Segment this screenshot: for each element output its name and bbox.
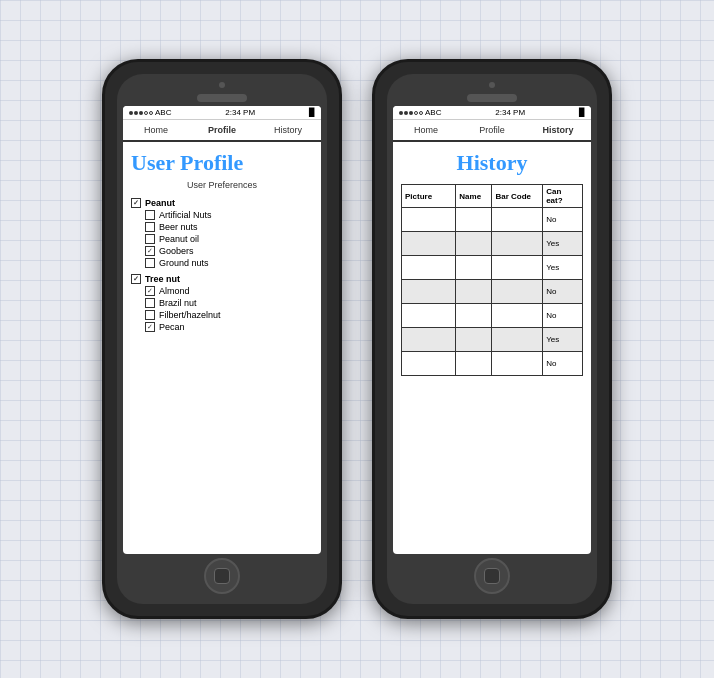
table-row: No (402, 304, 583, 328)
phone-earpiece-left (197, 94, 247, 102)
cell-barcode-0 (492, 208, 543, 232)
peanut-label: Peanut (145, 198, 175, 208)
pecan-checkbox[interactable] (145, 322, 155, 332)
peanut-checkbox[interactable] (131, 198, 141, 208)
home-button-left[interactable] (204, 558, 240, 594)
nav-bar-right: Home Profile History (393, 120, 591, 142)
dot2 (134, 111, 138, 115)
col-header-picture: Picture (402, 185, 456, 208)
table-row: No (402, 280, 583, 304)
battery-label-right: ▉ (579, 108, 585, 117)
cell-picture-3 (402, 280, 456, 304)
cell-picture-2 (402, 256, 456, 280)
pecan-item: Pecan (145, 322, 313, 332)
goobers-label: Goobers (159, 246, 194, 256)
carrier-label: ABC (155, 108, 171, 117)
nav-profile-left[interactable]: Profile (189, 123, 255, 137)
phone-left: ABC 2:34 PM ▉ Home Profile History User … (102, 59, 342, 619)
goobers-checkbox[interactable] (145, 246, 155, 256)
peanut-oil-item: Peanut oil (145, 234, 313, 244)
phone-right-inner: ABC 2:34 PM ▉ Home Profile History Histo… (387, 74, 597, 604)
cell-barcode-1 (492, 232, 543, 256)
phone-earpiece-right (467, 94, 517, 102)
status-bar-left: ABC 2:34 PM ▉ (123, 106, 321, 120)
beer-nuts-item: Beer nuts (145, 222, 313, 232)
nav-profile-right[interactable]: Profile (459, 123, 525, 137)
time-label-right: 2:34 PM (495, 108, 525, 117)
dot1 (129, 111, 133, 115)
brazil-nut-checkbox[interactable] (145, 298, 155, 308)
beer-nuts-label: Beer nuts (159, 222, 198, 232)
phone-speaker-right (489, 82, 495, 88)
peanut-group: Peanut Artificial Nuts Beer nuts Peanut … (131, 198, 313, 268)
beer-nuts-checkbox[interactable] (145, 222, 155, 232)
brazil-nut-item: Brazil nut (145, 298, 313, 308)
table-row: Yes (402, 256, 583, 280)
phone-screen-right: ABC 2:34 PM ▉ Home Profile History Histo… (393, 106, 591, 554)
artificial-nuts-label: Artificial Nuts (159, 210, 212, 220)
nav-bar-left: Home Profile History (123, 120, 321, 142)
status-left: ABC (129, 108, 171, 117)
time-label: 2:34 PM (225, 108, 255, 117)
peanut-oil-label: Peanut oil (159, 234, 199, 244)
cell-name-2 (456, 256, 492, 280)
table-header-row: Picture Name Bar Code Can eat? (402, 185, 583, 208)
profile-title: User Profile (131, 150, 313, 176)
history-content: History Picture Name Bar Code Can eat? N… (393, 142, 591, 554)
goobers-item: Goobers (145, 246, 313, 256)
col-header-barcode: Bar Code (492, 185, 543, 208)
filbert-checkbox[interactable] (145, 310, 155, 320)
table-row: No (402, 208, 583, 232)
phone-right: ABC 2:34 PM ▉ Home Profile History Histo… (372, 59, 612, 619)
status-left-right: ABC (399, 108, 441, 117)
almond-item: Almond (145, 286, 313, 296)
cell-name-1 (456, 232, 492, 256)
rdot4 (414, 111, 418, 115)
history-table: Picture Name Bar Code Can eat? NoYesYesN… (401, 184, 583, 376)
table-row: Yes (402, 232, 583, 256)
filbert-item: Filbert/hazelnut (145, 310, 313, 320)
battery-label: ▉ (309, 108, 315, 117)
ground-nuts-checkbox[interactable] (145, 258, 155, 268)
cell-name-5 (456, 328, 492, 352)
cell-barcode-5 (492, 328, 543, 352)
home-button-inner-right (484, 568, 500, 584)
cell-barcode-3 (492, 280, 543, 304)
treenut-checkbox[interactable] (131, 274, 141, 284)
table-row: No (402, 352, 583, 376)
col-header-caneat: Can eat? (543, 185, 583, 208)
home-button-right[interactable] (474, 558, 510, 594)
cell-barcode-6 (492, 352, 543, 376)
artificial-nuts-checkbox[interactable] (145, 210, 155, 220)
nav-history-right[interactable]: History (525, 123, 591, 137)
col-header-name: Name (456, 185, 492, 208)
carrier-label-right: ABC (425, 108, 441, 117)
signal-dots-right (399, 111, 423, 115)
phone-screen-left: ABC 2:34 PM ▉ Home Profile History User … (123, 106, 321, 554)
treenut-label: Tree nut (145, 274, 180, 284)
nav-home-left[interactable]: Home (123, 123, 189, 137)
cell-caneat-3: No (543, 280, 583, 304)
peanut-oil-checkbox[interactable] (145, 234, 155, 244)
dot5 (149, 111, 153, 115)
cell-picture-6 (402, 352, 456, 376)
cell-caneat-1: Yes (543, 232, 583, 256)
peanut-parent: Peanut (131, 198, 313, 208)
signal-dots (129, 111, 153, 115)
cell-name-4 (456, 304, 492, 328)
almond-checkbox[interactable] (145, 286, 155, 296)
history-title: History (401, 150, 583, 176)
nav-history-left[interactable]: History (255, 123, 321, 137)
rdot2 (404, 111, 408, 115)
phone-left-inner: ABC 2:34 PM ▉ Home Profile History User … (117, 74, 327, 604)
nav-home-right[interactable]: Home (393, 123, 459, 137)
cell-picture-0 (402, 208, 456, 232)
cell-picture-5 (402, 328, 456, 352)
cell-name-0 (456, 208, 492, 232)
profile-content: User Profile User Preferences Peanut Art… (123, 142, 321, 554)
almond-label: Almond (159, 286, 190, 296)
rdot1 (399, 111, 403, 115)
filbert-label: Filbert/hazelnut (159, 310, 221, 320)
rdot5 (419, 111, 423, 115)
cell-barcode-2 (492, 256, 543, 280)
